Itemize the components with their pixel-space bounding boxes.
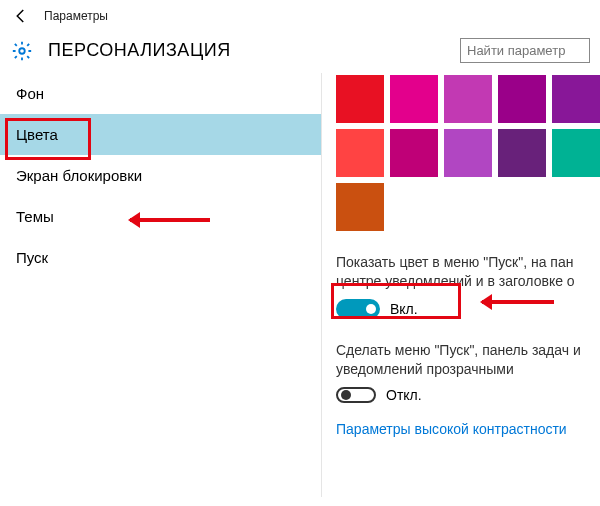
color-swatch[interactable] bbox=[336, 129, 384, 177]
toggle-show-color[interactable] bbox=[336, 299, 380, 319]
color-swatch[interactable] bbox=[498, 75, 546, 123]
sidebar-item-lockscreen[interactable]: Экран блокировки bbox=[0, 155, 321, 196]
color-swatch[interactable] bbox=[552, 129, 600, 177]
high-contrast-link[interactable]: Параметры высокой контрастности bbox=[336, 421, 567, 437]
color-swatch[interactable] bbox=[498, 129, 546, 177]
color-swatch[interactable] bbox=[336, 183, 384, 231]
back-icon[interactable] bbox=[10, 5, 32, 27]
sidebar-item-themes[interactable]: Темы bbox=[0, 196, 321, 237]
sidebar-item-colors[interactable]: Цвета bbox=[0, 114, 321, 155]
color-swatch[interactable] bbox=[336, 75, 384, 123]
sidebar-item-background[interactable]: Фон bbox=[0, 73, 321, 114]
setting-transparency-text: Сделать меню "Пуск", панель задач и увед… bbox=[336, 341, 600, 379]
sidebar: Фон Цвета Экран блокировки Темы Пуск bbox=[0, 73, 322, 497]
gear-icon bbox=[10, 39, 34, 63]
color-swatch[interactable] bbox=[444, 129, 492, 177]
search-input[interactable] bbox=[460, 38, 590, 63]
page-title: ПЕРСОНАЛИЗАЦИЯ bbox=[48, 40, 231, 61]
color-swatch[interactable] bbox=[444, 75, 492, 123]
setting-show-color-text: Показать цвет в меню "Пуск", на пан цент… bbox=[336, 253, 600, 291]
toggle-show-color-label: Вкл. bbox=[390, 301, 418, 317]
svg-point-0 bbox=[19, 48, 25, 54]
color-swatch[interactable] bbox=[552, 75, 600, 123]
window-title: Параметры bbox=[44, 9, 108, 23]
color-swatch[interactable] bbox=[390, 75, 438, 123]
color-swatch[interactable] bbox=[390, 129, 438, 177]
main-content: Показать цвет в меню "Пуск", на пан цент… bbox=[322, 73, 600, 497]
toggle-transparency-label: Откл. bbox=[386, 387, 422, 403]
color-swatches bbox=[336, 75, 600, 231]
sidebar-item-start[interactable]: Пуск bbox=[0, 237, 321, 278]
toggle-transparency[interactable] bbox=[336, 387, 376, 403]
